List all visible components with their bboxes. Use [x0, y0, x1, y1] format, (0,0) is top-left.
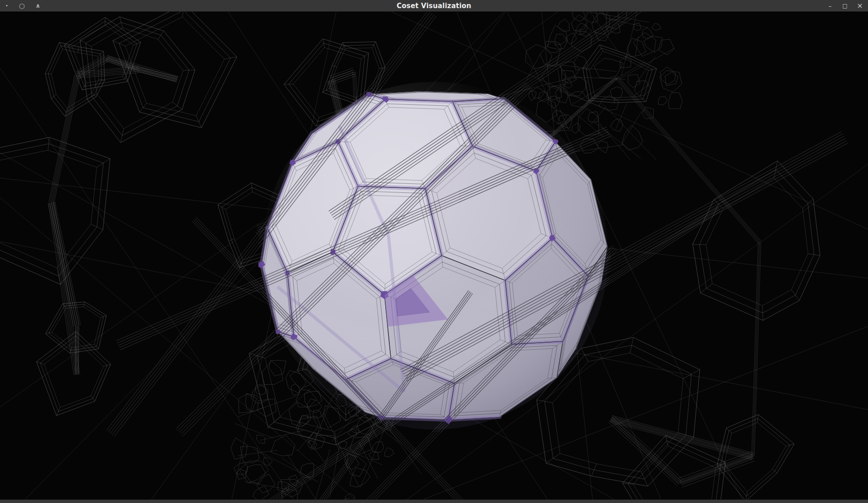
coset-scene-svg — [0, 12, 868, 499]
titlebar-left-icons: • ○ ∧ — [5, 0, 41, 12]
close-button[interactable]: × — [855, 0, 864, 12]
window-controls: – □ × — [826, 0, 864, 12]
minimize-button[interactable]: – — [826, 0, 835, 12]
viewport-3d[interactable] — [0, 12, 868, 499]
chevron-up-icon[interactable]: ∧ — [35, 0, 41, 12]
app-window: • ○ ∧ Coset Visualization – □ × — [0, 0, 868, 503]
maximize-button[interactable]: □ — [840, 0, 850, 12]
window-title: Coset Visualization — [0, 2, 868, 10]
titlebar[interactable]: • ○ ∧ Coset Visualization – □ × — [0, 0, 868, 12]
window-bottom-frame — [0, 499, 868, 503]
status-dot-icon[interactable]: • — [5, 0, 9, 12]
record-circle-icon[interactable]: ○ — [18, 0, 25, 12]
